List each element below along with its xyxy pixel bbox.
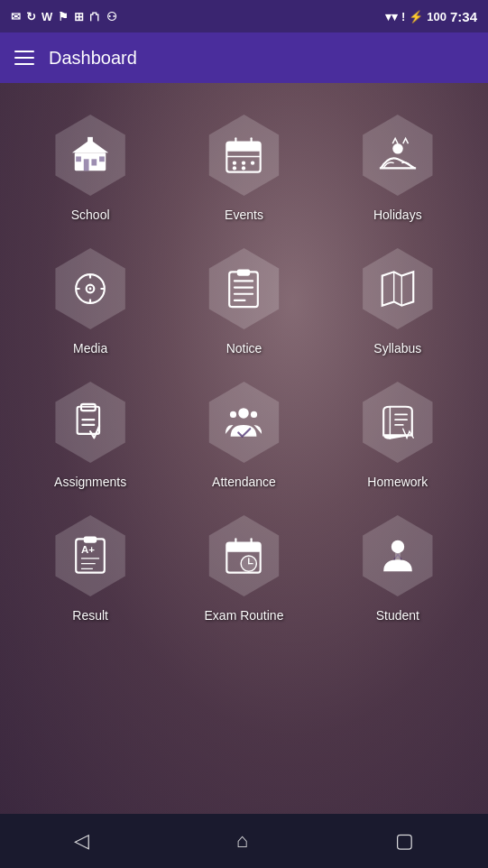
svg-rect-6 xyxy=(87,137,93,143)
events-label: Events xyxy=(225,208,263,222)
events-icon-wrap xyxy=(198,110,289,200)
word-icon: W xyxy=(41,10,52,23)
svg-point-38 xyxy=(239,408,250,419)
grid-item-holidays[interactable]: Holidays xyxy=(326,110,470,222)
exam-routine-label: Exam Routine xyxy=(205,608,284,623)
media-label: Media xyxy=(73,341,107,356)
homework-icon xyxy=(377,402,419,443)
grid-item-assignments[interactable]: Assignments xyxy=(18,377,162,489)
result-label: Result xyxy=(72,608,108,623)
dashboard-grid: School Events xyxy=(0,83,488,641)
home-button[interactable]: ⌂ xyxy=(236,829,248,853)
bottom-navigation: ◁ ⌂ ▢ xyxy=(0,814,488,868)
svg-rect-3 xyxy=(92,159,97,165)
recents-button[interactable]: ▢ xyxy=(395,829,414,853)
exam-routine-icon xyxy=(223,535,264,577)
svg-point-39 xyxy=(230,411,236,418)
assignments-label: Assignments xyxy=(54,475,126,489)
school-icon-wrap xyxy=(45,110,135,200)
syllabus-icon xyxy=(377,268,419,309)
syllabus-label: Syllabus xyxy=(373,341,421,356)
result-hex: A+ xyxy=(50,515,131,596)
homework-icon-wrap xyxy=(353,377,443,467)
school-icon xyxy=(69,134,111,176)
status-bar: ✉ ↻ W ⚑ ⊞ ⛫ ⚇ ▾▾ ! ⚡ 100 7:34 xyxy=(0,0,488,32)
wifi-icon: ▾▾ xyxy=(385,10,398,23)
android-icon: ⚇ xyxy=(106,10,117,23)
notice-label: Notice xyxy=(226,341,262,356)
grid-item-homework[interactable]: Homework xyxy=(326,377,470,489)
battery-level: 100 xyxy=(427,10,447,23)
grid-item-attendance[interactable]: Attendance xyxy=(171,377,316,489)
status-left-icons: ✉ ↻ W ⚑ ⊞ ⛫ ⚇ xyxy=(11,10,117,23)
svg-point-16 xyxy=(242,166,245,170)
svg-rect-2 xyxy=(84,159,89,171)
media-icon xyxy=(69,268,111,309)
svg-point-20 xyxy=(89,288,92,291)
folder-icon: ⛫ xyxy=(89,10,101,23)
svg-point-17 xyxy=(392,143,403,154)
assignments-icon xyxy=(69,402,111,443)
grid-item-media[interactable]: Media xyxy=(18,244,162,356)
grid-item-events[interactable]: Events xyxy=(171,110,316,222)
student-label: Student xyxy=(376,608,419,623)
notification-icon: ✉ xyxy=(11,10,21,23)
top-bar: Dashboard xyxy=(0,32,488,83)
notice-icon-wrap xyxy=(198,244,289,334)
svg-rect-30 xyxy=(237,269,250,275)
grid-item-school[interactable]: School xyxy=(18,110,162,222)
svg-rect-58 xyxy=(395,552,401,561)
attendance-hex xyxy=(203,382,284,463)
page-title: Dashboard xyxy=(49,48,137,69)
assignments-hex xyxy=(50,382,131,463)
svg-point-57 xyxy=(391,540,404,553)
syllabus-icon-wrap xyxy=(353,244,443,334)
svg-point-12 xyxy=(233,161,236,164)
holidays-hex xyxy=(357,115,438,196)
status-right-icons: ▾▾ ! ⚡ 100 7:34 xyxy=(385,9,477,24)
events-hex xyxy=(203,115,284,196)
grid-item-notice[interactable]: Notice xyxy=(171,244,316,356)
svg-rect-51 xyxy=(227,543,261,552)
svg-point-14 xyxy=(251,161,254,164)
grid-item-result[interactable]: A+ Result xyxy=(18,511,162,623)
result-icon: A+ xyxy=(69,535,111,577)
info-icon: ⚑ xyxy=(58,10,69,23)
refresh-icon: ↻ xyxy=(26,10,36,23)
assignments-icon-wrap xyxy=(45,377,135,467)
notice-hex xyxy=(203,248,284,329)
student-hex xyxy=(357,515,438,596)
exam-routine-hex xyxy=(203,515,284,596)
holidays-icon xyxy=(377,134,419,176)
attendance-icon-wrap xyxy=(198,377,289,467)
menu-button[interactable] xyxy=(14,51,34,65)
student-icon xyxy=(377,535,419,577)
attendance-icon xyxy=(223,402,264,443)
svg-rect-5 xyxy=(99,156,105,162)
alert-icon: ! xyxy=(401,10,405,23)
svg-rect-4 xyxy=(76,156,81,162)
grid-item-syllabus[interactable]: Syllabus xyxy=(326,244,470,356)
svg-point-40 xyxy=(251,411,257,418)
battery-icon: ⚡ xyxy=(409,10,423,23)
exam-routine-icon-wrap xyxy=(198,511,289,601)
media-hex xyxy=(50,248,131,329)
holidays-label: Holidays xyxy=(373,208,422,222)
attendance-label: Attendance xyxy=(212,475,276,489)
school-hex xyxy=(50,115,131,196)
grid-item-student[interactable]: Student xyxy=(326,511,470,623)
homework-hex xyxy=(357,382,438,463)
svg-point-13 xyxy=(242,161,245,164)
result-icon-wrap: A+ xyxy=(45,511,135,601)
grid-icon: ⊞ xyxy=(74,10,84,23)
media-icon-wrap xyxy=(45,244,135,334)
svg-point-15 xyxy=(233,166,236,170)
notice-icon xyxy=(223,268,264,309)
back-button[interactable]: ◁ xyxy=(74,829,89,853)
svg-rect-49 xyxy=(84,536,97,542)
homework-label: Homework xyxy=(367,475,428,489)
grid-item-exam-routine[interactable]: Exam Routine xyxy=(171,511,316,623)
svg-text:A+: A+ xyxy=(81,544,95,555)
svg-rect-8 xyxy=(227,143,261,152)
svg-rect-25 xyxy=(230,272,259,307)
